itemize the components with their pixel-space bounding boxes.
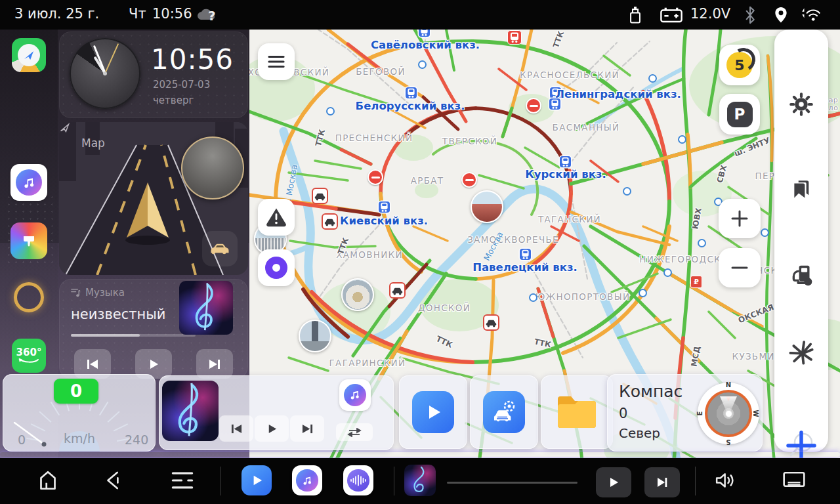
road-label: ТТК	[314, 129, 327, 148]
road-alert-report-button[interactable]	[258, 199, 295, 236]
player-prev-button[interactable]	[219, 415, 253, 442]
navbar-separator	[220, 467, 221, 495]
district-label: БАСМАННЫЙ	[553, 122, 620, 133]
location-icon	[772, 5, 789, 28]
play-app-icon	[249, 473, 264, 488]
accident-marker[interactable]	[312, 188, 328, 204]
audio-source-swap-button[interactable]	[336, 423, 373, 441]
paid-road-marker[interactable]: ₽	[690, 276, 702, 288]
compass-direction: Север	[619, 425, 660, 441]
no-entry-marker[interactable]	[368, 169, 383, 185]
home-button[interactable]	[33, 465, 63, 496]
volume-button[interactable]	[710, 465, 742, 496]
gear-icon	[789, 92, 814, 117]
play-icon	[608, 476, 620, 488]
zoom-in-button[interactable]	[719, 199, 761, 238]
mini-player-widget[interactable]	[159, 375, 394, 450]
district-label: ЗАМОСКВОРЕЧЬЕ	[467, 234, 559, 245]
compass-widget[interactable]: Компас 0 Север N S W E	[607, 374, 763, 452]
fuel-stations-button[interactable]	[788, 262, 814, 288]
compass-title: Компас	[619, 382, 682, 401]
file-manager-app-card[interactable]	[541, 375, 613, 449]
station-label: Ленинградский вкз.	[555, 88, 681, 100]
settings-button[interactable]	[788, 91, 814, 117]
train-station-icon[interactable]	[379, 201, 390, 213]
fuel-pump-icon	[788, 262, 814, 288]
rotate-arrow-icon	[18, 358, 40, 364]
navbar-track-progress[interactable]	[447, 482, 578, 484]
traffic-level-button[interactable]: 5	[719, 45, 760, 85]
clock-widget[interactable]: 10:56 2025-07-03 четверг	[59, 32, 248, 118]
metro-entrance-dot	[418, 60, 427, 69]
car-settings-app-card[interactable]	[470, 375, 538, 449]
back-button[interactable]	[98, 465, 129, 496]
player-album-art	[162, 381, 219, 441]
video-player-app-card[interactable]	[399, 375, 467, 449]
gauge-max: 240	[125, 432, 148, 447]
accident-marker[interactable]	[389, 282, 406, 299]
status-weekday: Чт	[129, 6, 146, 22]
navbar-separator	[695, 467, 696, 495]
playlist-icon	[70, 287, 81, 299]
landmark-photo-marker[interactable]	[341, 278, 374, 311]
train-station-icon[interactable]	[560, 156, 571, 167]
car-mode-button[interactable]	[202, 231, 238, 266]
navbar-next-button[interactable]	[644, 467, 680, 497]
compass-e: E	[696, 411, 704, 416]
next-icon	[301, 423, 314, 434]
road-label: ЮВХ	[690, 207, 703, 230]
player-next-button[interactable]	[290, 415, 324, 442]
music-app-icon[interactable]	[10, 164, 47, 201]
recents-button[interactable]	[167, 465, 198, 496]
bluetooth-icon[interactable]	[743, 5, 757, 28]
hamburger-icon	[268, 55, 285, 68]
music-widget[interactable]: Музыка неизвестный	[59, 279, 248, 379]
train-station-icon[interactable]	[406, 87, 417, 98]
previous-icon	[230, 423, 243, 434]
alice-assistant-button[interactable]	[258, 249, 295, 286]
wifi-icon[interactable]	[799, 5, 823, 28]
minus-icon	[730, 258, 749, 278]
track-progress-bar[interactable]	[71, 334, 196, 337]
assistant-ring-icon[interactable]	[14, 282, 44, 312]
next-track-button[interactable]	[196, 349, 233, 379]
train-station-icon[interactable]	[520, 249, 531, 260]
display-off-button[interactable]	[778, 465, 810, 496]
now-playing-thumbnail[interactable]	[404, 465, 436, 496]
video-player-app-button[interactable]	[242, 465, 272, 495]
train-station-icon[interactable]	[419, 30, 430, 37]
accident-marker[interactable]	[483, 314, 499, 331]
weather-unknown-icon[interactable]: ?	[194, 4, 218, 28]
camera-360-app-icon[interactable]: 360°	[12, 339, 46, 373]
themes-app-icon[interactable]	[10, 222, 47, 259]
voice-app-button[interactable]	[343, 465, 373, 495]
player-play-button[interactable]	[255, 415, 289, 442]
svg-text:?: ?	[208, 8, 216, 24]
no-entry-marker[interactable]	[461, 172, 477, 188]
music-app-button[interactable]	[292, 465, 322, 495]
transit-alert-marker[interactable]	[507, 30, 522, 45]
speedometer-widget[interactable]: 0 0 km/h 240	[3, 374, 156, 452]
music-widget-title: Музыка	[85, 287, 125, 299]
music-app-shortcut[interactable]	[339, 379, 371, 411]
car-settings-icon	[483, 391, 525, 433]
map-menu-button[interactable]	[258, 43, 295, 80]
gauge-unit: km/h	[64, 431, 95, 446]
current-speed-badge: 0	[54, 379, 98, 404]
landmark-photo-marker[interactable]	[299, 320, 331, 352]
navbar-play-button[interactable]	[596, 467, 631, 497]
station-label: Павелецкий вкз.	[472, 261, 578, 274]
navigation-widget[interactable]: Map	[59, 122, 248, 275]
parking-button[interactable]: P	[719, 94, 760, 135]
landmark-photo-marker[interactable]	[471, 190, 503, 223]
video-player-icon	[412, 391, 454, 433]
accident-marker[interactable]	[322, 213, 338, 230]
laser-alerts-button[interactable]	[788, 339, 814, 366]
map-cursor-icon	[59, 122, 70, 133]
no-entry-marker[interactable]	[526, 98, 541, 114]
zoom-out-button[interactable]	[719, 248, 761, 287]
bookmarks-button[interactable]	[788, 176, 814, 202]
district-label-fragment: ло	[829, 104, 839, 112]
navigator-app-icon[interactable]	[12, 38, 46, 72]
district-label: АРБАТ	[411, 175, 444, 186]
